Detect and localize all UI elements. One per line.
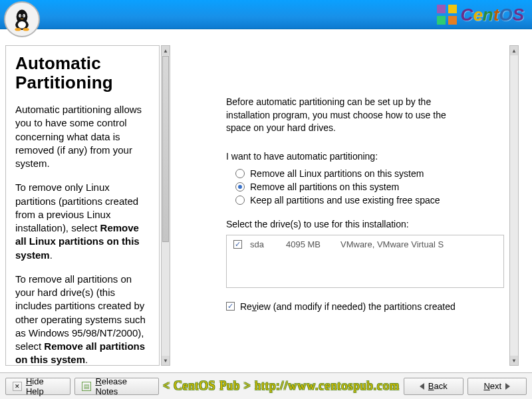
help-scrollbar[interactable]: ▲ ▼ — [161, 45, 170, 366]
title-bar: CentOS — [0, 0, 532, 29]
help-panel: Automatic Partitioning Automatic partiti… — [5, 45, 170, 366]
arrow-right-icon — [505, 383, 510, 390]
radio-remove-all[interactable]: Remove all partitions on this system — [235, 182, 504, 192]
drive-dev: sda — [250, 239, 278, 249]
svg-point-6 — [23, 15, 25, 17]
intro-text: Before automatic partitioning can be set… — [226, 96, 466, 135]
centos-logo: CentOS — [437, 3, 524, 27]
back-button[interactable]: Back — [404, 378, 463, 395]
drive-row[interactable]: sda 4095 MB VMware, VMware Virtual S — [227, 235, 503, 253]
help-title: Automatic Partitioning — [15, 54, 150, 92]
scroll-thumb[interactable] — [162, 56, 169, 242]
radio-label: Remove all Linux partitions on this syst… — [250, 168, 424, 179]
radio-keep-all[interactable]: Keep all partitions and use existing fre… — [235, 195, 504, 205]
partition-choice-label: I want to have automatic partitioning: — [226, 151, 504, 162]
radio-icon — [235, 196, 245, 205]
help-content: Automatic Partitioning Automatic partiti… — [5, 45, 160, 366]
radio-icon — [235, 182, 245, 192]
drive-list[interactable]: sda 4095 MB VMware, VMware Virtual S — [226, 235, 504, 288]
radio-remove-linux[interactable]: Remove all Linux partitions on this syst… — [235, 168, 504, 179]
watermark-text: < CentOS Pub > http://www.centospub.com — [163, 379, 400, 392]
help-para-2: To remove only Linux partitions (partiti… — [15, 181, 150, 262]
partition-choice-group: Remove all Linux partitions on this syst… — [235, 168, 504, 205]
release-notes-button[interactable]: ▤ Release Notes — [74, 378, 158, 395]
radio-label: Keep all partitions and use existing fre… — [250, 195, 440, 205]
drive-checkbox[interactable] — [233, 240, 242, 249]
scroll-up-icon[interactable]: ▲ — [510, 46, 518, 55]
review-checkbox[interactable] — [226, 302, 235, 311]
notes-icon: ▤ — [82, 382, 91, 391]
hide-help-button[interactable]: ✕ Hide Help — [5, 378, 70, 395]
scroll-down-icon[interactable]: ▼ — [162, 356, 170, 365]
drives-label: Select the drive(s) to use for this inst… — [226, 219, 504, 229]
radio-label: Remove all partitions on this system — [250, 182, 399, 192]
main-scrollbar[interactable]: ▲ ▼ — [509, 45, 519, 366]
review-label: Review (and modify if needed) the partit… — [240, 301, 456, 312]
drive-size: 4095 MB — [286, 239, 332, 249]
scroll-down-icon[interactable]: ▼ — [510, 356, 518, 365]
tux-logo — [4, 1, 40, 37]
arrow-left-icon — [420, 383, 424, 390]
svg-point-2 — [18, 21, 26, 29]
scroll-up-icon[interactable]: ▲ — [162, 46, 170, 55]
footer-bar: ✕ Hide Help ▤ Release Notes < CentOS Pub… — [0, 372, 532, 399]
svg-point-8 — [23, 28, 29, 31]
hide-help-icon: ✕ — [13, 382, 22, 391]
main-panel: Before automatic partitioning can be set… — [192, 45, 519, 366]
next-button[interactable]: Next — [467, 378, 527, 395]
radio-icon — [235, 169, 245, 178]
svg-point-5 — [20, 15, 21, 17]
svg-point-7 — [15, 28, 21, 31]
review-checkbox-row[interactable]: Review (and modify if needed) the partit… — [226, 301, 504, 312]
help-para-1: Automatic partitioning allows you to hav… — [15, 103, 150, 170]
drive-model: VMware, VMware Virtual S — [340, 239, 444, 249]
help-para-3: To remove all partitions on your hard dr… — [15, 273, 150, 366]
